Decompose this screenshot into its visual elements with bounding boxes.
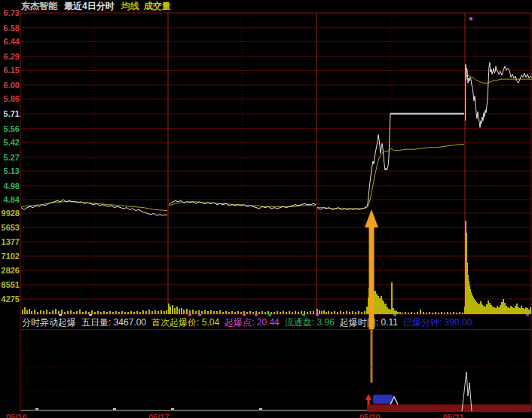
price-axis-label: 6.73	[0, 8, 20, 17]
volume-bar	[396, 311, 397, 314]
volume-bar	[310, 311, 311, 314]
volume-bar	[512, 307, 513, 314]
volume-bar	[106, 312, 108, 314]
breakout-arrow-stem	[369, 226, 375, 329]
volume-bar	[368, 297, 369, 314]
volume-bar	[237, 311, 239, 314]
date-label: 05/21	[443, 413, 464, 418]
volume-bar	[112, 312, 114, 314]
volume-bar	[506, 306, 507, 314]
volume-bar	[186, 309, 188, 314]
volume-bar	[29, 309, 30, 314]
volume-bar	[139, 312, 141, 314]
volume-bar	[334, 311, 335, 314]
volume-bar	[22, 310, 23, 314]
volume-bar	[381, 300, 383, 314]
volume-axis-label: 5653	[0, 223, 20, 232]
volume-bar	[465, 221, 466, 314]
volume-bar	[210, 310, 212, 314]
volume-bar	[151, 311, 153, 314]
volume-bar	[435, 312, 436, 314]
ma-line	[169, 202, 316, 207]
volume-bar	[179, 309, 180, 314]
volume-axis-label: 9928	[0, 209, 20, 218]
volume-bar	[166, 310, 167, 314]
volume-bar	[355, 312, 356, 314]
volume-bar	[483, 306, 485, 314]
volume-bar	[103, 311, 105, 314]
volume-bar	[243, 311, 245, 314]
volume-bar	[475, 301, 476, 314]
volume-bar	[268, 311, 269, 314]
volume-bar	[340, 311, 341, 314]
volume-bar	[485, 307, 486, 314]
volume-bar	[371, 284, 372, 314]
view-mode-label: 最近4日分时	[64, 0, 115, 13]
volume-bar	[292, 312, 293, 314]
volume-bar	[471, 294, 472, 314]
volume-bar	[286, 312, 287, 314]
volume-bar	[225, 311, 227, 314]
volume-bar	[82, 312, 84, 314]
volume-bar	[85, 311, 87, 314]
price-line	[169, 201, 316, 209]
price-axis-label: 5.56	[0, 124, 20, 133]
volume-bar	[387, 307, 388, 314]
volume-bar	[328, 311, 329, 314]
volume-bar	[174, 308, 176, 314]
volume-bar	[58, 311, 60, 314]
volume-bar	[516, 304, 518, 314]
volume-bar	[91, 310, 93, 314]
volume-bar	[474, 300, 475, 314]
legend-item: 成交量	[144, 1, 171, 11]
volume-bar	[73, 312, 75, 314]
volume-bar	[491, 305, 492, 314]
volume-bar	[370, 279, 371, 314]
volume-bar	[383, 301, 384, 314]
volume-bar	[384, 306, 386, 314]
volume-bar	[414, 313, 415, 314]
price-axis-label: 5.71	[0, 109, 20, 118]
volume-bar	[384, 304, 385, 314]
price-axis-label: 6.15	[0, 66, 20, 75]
volume-bar	[476, 303, 478, 314]
volume-bar	[331, 312, 332, 314]
volume-bar	[343, 312, 344, 314]
volume-bar	[136, 311, 138, 314]
volume-bar	[64, 312, 66, 314]
volume-bar	[469, 289, 471, 314]
volume-bar	[469, 285, 470, 314]
volume-bar	[500, 305, 501, 314]
volume-bar	[489, 303, 491, 314]
volume-bar	[497, 306, 498, 314]
volume-bar	[488, 301, 489, 314]
volume-bar	[252, 312, 254, 314]
volume-bar	[31, 311, 32, 314]
volume-bar	[376, 294, 378, 314]
price-axis-label: 6.29	[0, 52, 20, 61]
volume-bar	[462, 313, 463, 314]
volume-bar	[423, 312, 424, 314]
volume-bar	[399, 312, 401, 314]
volume-bar	[385, 304, 387, 314]
volume-bar	[475, 302, 477, 314]
volume-bar	[402, 313, 403, 314]
volume-bar	[301, 311, 302, 314]
chart-canvas[interactable]	[0, 0, 532, 418]
volume-bar	[466, 233, 467, 314]
volume-bar	[507, 307, 509, 314]
price-axis-label: 4.84	[0, 195, 20, 204]
volume-bar	[467, 275, 469, 314]
volume-bar	[468, 281, 469, 314]
volume-bar	[148, 310, 150, 314]
volume-bar	[375, 296, 377, 314]
price-line	[466, 63, 532, 128]
volume-bar	[161, 310, 162, 314]
chart-legend: 均线成交量	[121, 0, 176, 13]
lower-baseline-tick	[35, 408, 38, 410]
volume-bar	[201, 311, 203, 314]
date-label: 05/16	[6, 413, 27, 418]
volume-bar	[447, 312, 448, 314]
volume-bar	[521, 306, 522, 314]
volume-bar	[133, 312, 135, 314]
